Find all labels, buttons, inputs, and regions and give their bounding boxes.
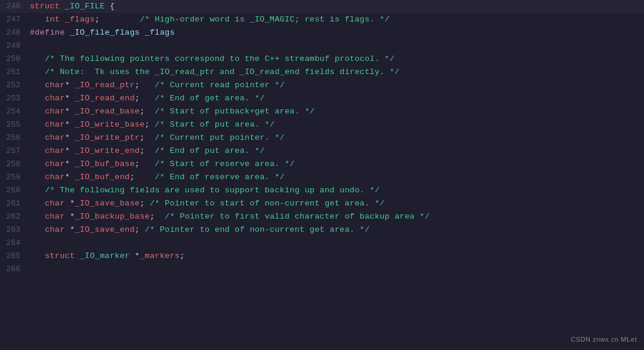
table-row: 265 struct _IO_marker *_markers; <box>0 250 644 263</box>
token-plain <box>60 15 64 24</box>
token-comment: /* Pointer to first valid character of b… <box>165 212 430 221</box>
token-plain <box>30 15 45 24</box>
token-plain <box>30 54 45 63</box>
token-field: _IO_read_end <box>75 94 134 103</box>
token-field: _IO_write_ptr <box>75 133 140 142</box>
line-content: #define _IO_file_flags _flags <box>30 26 639 39</box>
table-row: 261 char *_IO_save_base; /* Pointer to s… <box>0 197 644 210</box>
line-content <box>30 39 639 53</box>
token-plain: ; <box>140 133 155 142</box>
line-number: 253 <box>5 93 30 105</box>
token-plain: * <box>65 107 75 116</box>
watermark: CSDN znwx.cn MLet <box>571 334 637 345</box>
line-number: 256 <box>5 132 30 145</box>
token-plain: * <box>65 81 75 90</box>
token-plain <box>30 133 45 142</box>
token-plain <box>30 212 45 221</box>
line-number: 252 <box>5 79 30 92</box>
token-plain <box>30 94 45 103</box>
line-content: char *_IO_save_end; /* Pointer to end of… <box>30 223 639 237</box>
token-plain: ; <box>135 225 145 234</box>
table-row: 251 /* Note: Tk uses the _IO_read_ptr an… <box>0 66 644 79</box>
token-var: _flags <box>145 28 175 37</box>
line-content: struct _IO_FILE { <box>30 0 639 13</box>
table-row: 246struct _IO_FILE { <box>0 0 644 13</box>
line-number: 257 <box>5 145 30 158</box>
token-plain: { <box>105 2 115 11</box>
code-lines-container: 246struct _IO_FILE {247 int _flags; /* H… <box>0 0 644 276</box>
token-comment: /* Start of put area. */ <box>155 120 275 129</box>
line-content: int _flags; /* High-order word is _IO_MA… <box>30 13 639 26</box>
line-number: 246 <box>5 1 30 13</box>
token-kw: char <box>45 199 65 208</box>
token-kw: char <box>45 94 65 103</box>
token-plain: * <box>130 251 140 260</box>
line-number: 255 <box>5 119 30 131</box>
token-macro-name: _IO_file_flags <box>70 28 140 37</box>
line-content: char *_IO_save_base; /* Pointer to start… <box>30 197 639 210</box>
line-number: 248 <box>5 27 30 39</box>
token-comment: /* High-order word is _IO_MAGIC; rest is… <box>140 15 390 24</box>
token-comment: /* Current read pointer */ <box>155 81 285 90</box>
token-comment: /* Pointer to end of non-current get are… <box>145 225 370 234</box>
token-plain: ; <box>150 212 165 221</box>
line-number: 259 <box>5 171 30 184</box>
table-row: 262 char *_IO_backup_base; /* Pointer to… <box>0 210 644 223</box>
token-kw: char <box>45 146 65 155</box>
table-row: 252 char* _IO_read_ptr; /* Current read … <box>0 79 644 92</box>
line-number: 264 <box>5 237 30 250</box>
token-kw: char <box>45 107 65 116</box>
token-plain <box>30 146 45 155</box>
token-field: _IO_write_end <box>75 146 140 155</box>
token-field: _IO_write_base <box>75 120 144 129</box>
token-plain: ; <box>145 120 155 129</box>
token-kw: int <box>45 15 60 24</box>
token-kw: char <box>45 133 65 142</box>
token-comment: /* The following fields are used to supp… <box>45 186 380 195</box>
token-plain <box>30 107 45 116</box>
token-plain: ; <box>135 81 155 90</box>
token-field: _IO_buf_base <box>75 159 134 168</box>
line-content: /* The following fields are used to supp… <box>30 184 639 197</box>
token-plain: * <box>65 94 75 103</box>
token-kw: struct <box>45 251 75 260</box>
token-plain <box>140 28 144 37</box>
token-field: _IO_read_ptr <box>75 81 134 90</box>
line-content: char* _IO_write_ptr; /* Current put poin… <box>30 131 639 145</box>
line-content: char* _IO_write_base; /* Start of put ar… <box>30 118 639 131</box>
line-number: 249 <box>5 40 30 53</box>
table-row: 259 char* _IO_buf_end; /* End of reserve… <box>0 171 644 184</box>
token-field: _IO_save_end <box>75 225 134 234</box>
token-plain: * <box>65 120 75 129</box>
line-content: struct _IO_marker *_markers; <box>30 250 639 263</box>
token-kw: char <box>45 120 65 129</box>
token-plain <box>65 28 70 37</box>
token-kw: char <box>45 81 65 90</box>
line-number: 260 <box>5 185 30 197</box>
line-content: char* _IO_write_end; /* End of put area.… <box>30 145 639 158</box>
table-row: 253 char* _IO_read_end; /* End of get ar… <box>0 92 644 105</box>
line-number: 250 <box>5 53 30 66</box>
code-viewer: 246struct _IO_FILE {247 int _flags; /* H… <box>0 0 644 350</box>
token-plain: ; <box>140 107 155 116</box>
token-plain <box>60 2 64 11</box>
table-row: 254 char* _IO_read_base; /* Start of put… <box>0 105 644 118</box>
token-plain: * <box>65 133 75 142</box>
token-plain: ; <box>95 15 140 24</box>
token-comment: /* Start of putback+get area. */ <box>155 107 315 116</box>
table-row: 260 /* The following fields are used to … <box>0 184 644 197</box>
line-number: 247 <box>5 14 30 26</box>
table-row: 250 /* The following pointers correspond… <box>0 53 644 66</box>
token-plain: * <box>65 199 75 208</box>
line-content: char *_IO_backup_base; /* Pointer to fir… <box>30 210 639 223</box>
token-kw: struct <box>30 2 60 11</box>
token-struct-name: _IO_FILE <box>65 2 105 11</box>
line-number: 254 <box>5 106 30 118</box>
token-plain <box>30 81 45 90</box>
token-plain: * <box>65 212 75 221</box>
line-number: 266 <box>5 263 30 276</box>
line-number: 258 <box>5 158 30 171</box>
token-kw: char <box>45 212 65 221</box>
token-comment: /* End of reserve area. */ <box>155 173 285 182</box>
line-number: 262 <box>5 211 30 223</box>
